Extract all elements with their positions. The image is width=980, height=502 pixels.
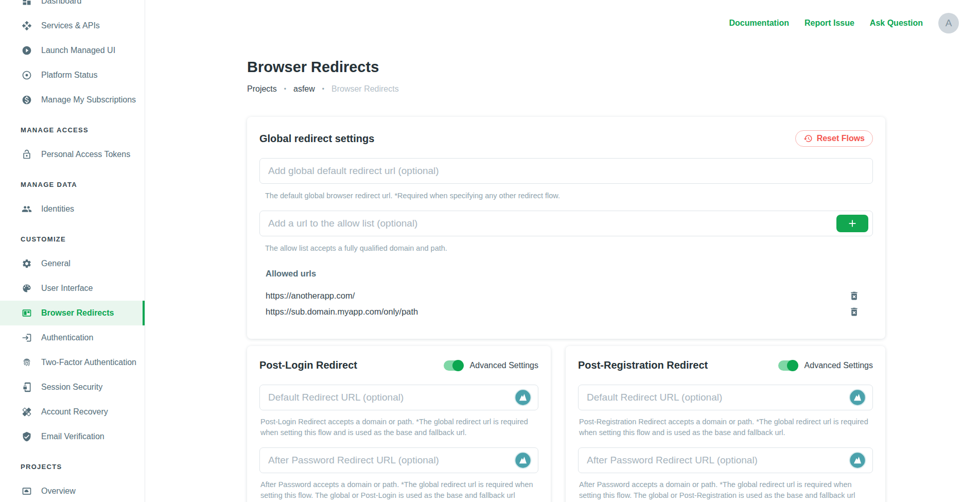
status-icon bbox=[22, 70, 32, 80]
sidebar-section-customize: CUSTOMIZE bbox=[0, 227, 145, 251]
global-redirect-settings-card: Global redirect settings Reset Flows The… bbox=[247, 117, 885, 339]
mountain-logo-icon bbox=[849, 389, 866, 406]
sidebar-item-overview[interactable]: Overview bbox=[0, 479, 145, 502]
sidebar-item-general[interactable]: General bbox=[0, 251, 145, 276]
allowed-url-row: https://anotherapp.com/ bbox=[259, 288, 873, 304]
post-registration-default-helper: Post-Registration Redirect accepts a dom… bbox=[579, 417, 873, 438]
sidebar-item-dashboard[interactable]: Dashboard bbox=[0, 0, 145, 13]
sidebar-item-label: Session Security bbox=[41, 383, 102, 392]
sidebar: Dashboard Services & APIs Launch Managed… bbox=[0, 0, 145, 502]
palette-icon bbox=[22, 283, 32, 293]
post-login-after-password-input[interactable] bbox=[259, 447, 538, 473]
avatar[interactable]: A bbox=[938, 13, 959, 33]
global-default-helper: The default global browser redirect url.… bbox=[265, 191, 873, 201]
sidebar-item-personal-access-tokens[interactable]: Personal Access Tokens bbox=[0, 142, 145, 167]
sidebar-item-manage-subscriptions[interactable]: Manage My Subscriptions bbox=[0, 88, 145, 112]
gear-icon bbox=[22, 258, 32, 269]
post-login-default-url-input[interactable] bbox=[259, 385, 538, 410]
post-registration-title: Post-Registration Redirect bbox=[578, 359, 708, 371]
reset-flows-label: Reset Flows bbox=[817, 134, 865, 143]
phone-lock-icon bbox=[22, 382, 32, 392]
toggle-knob bbox=[452, 360, 464, 371]
sidebar-item-account-recovery[interactable]: Account Recovery bbox=[0, 400, 145, 424]
login-icon bbox=[22, 333, 32, 343]
sidebar-item-label: Identities bbox=[41, 204, 74, 214]
trash-icon bbox=[849, 290, 860, 301]
dollar-circle-icon bbox=[22, 95, 32, 105]
global-default-redirect-input[interactable] bbox=[259, 158, 873, 184]
post-login-title: Post-Login Redirect bbox=[259, 359, 357, 371]
plus-icon bbox=[847, 218, 858, 229]
trash-icon bbox=[849, 306, 860, 317]
reset-flows-button[interactable]: Reset Flows bbox=[795, 130, 873, 147]
allow-list-input[interactable] bbox=[259, 211, 873, 236]
people-icon bbox=[22, 204, 32, 214]
mountain-logo-icon bbox=[849, 452, 866, 469]
breadcrumb-projects[interactable]: Projects bbox=[247, 84, 277, 94]
post-login-redirect-card: Post-Login Redirect Advanced Settings Po… bbox=[247, 346, 551, 502]
sidebar-item-label: User Interface bbox=[41, 284, 93, 293]
allowed-urls-title: Allowed urls bbox=[266, 269, 873, 279]
breadcrumb-project-name[interactable]: asfew bbox=[293, 84, 315, 94]
sidebar-item-label: Account Recovery bbox=[41, 407, 108, 417]
sidebar-section-projects: PROJECTS bbox=[0, 454, 145, 479]
fingerprint-icon bbox=[22, 357, 32, 368]
sidebar-item-launch-managed-ui[interactable]: Launch Managed UI bbox=[0, 38, 145, 63]
dashboard-icon bbox=[22, 0, 32, 6]
sidebar-item-label: Email Verification bbox=[41, 432, 104, 441]
sidebar-section-manage-data: MANAGE DATA bbox=[0, 172, 145, 197]
sidebar-item-authentication[interactable]: Authentication bbox=[0, 325, 145, 350]
sidebar-item-label: Personal Access Tokens bbox=[41, 150, 130, 159]
sidebar-item-label: Manage My Subscriptions bbox=[41, 95, 136, 105]
sidebar-item-two-factor[interactable]: Two-Factor Authentication bbox=[0, 350, 145, 375]
documentation-link[interactable]: Documentation bbox=[729, 19, 789, 28]
ask-question-link[interactable]: Ask Question bbox=[870, 19, 923, 28]
allowed-url-row: https://sub.domain.myapp.com/only/path bbox=[259, 304, 873, 320]
post-login-default-helper: Post-Login Redirect accepts a domain or … bbox=[260, 417, 538, 438]
main-content: Documentation Report Issue Ask Question … bbox=[146, 0, 980, 502]
mountain-logo-icon bbox=[514, 389, 532, 406]
sidebar-item-label: Platform Status bbox=[41, 71, 97, 80]
advanced-settings-toggle[interactable] bbox=[444, 360, 463, 371]
sidebar-item-platform-status[interactable]: Platform Status bbox=[0, 63, 145, 88]
advanced-settings-toggle[interactable] bbox=[778, 360, 798, 371]
sidebar-item-label: Launch Managed UI bbox=[41, 46, 115, 55]
mountain-logo-icon bbox=[514, 452, 532, 469]
breadcrumb-current: Browser Redirects bbox=[331, 84, 399, 94]
sidebar-item-browser-redirects[interactable]: Browser Redirects bbox=[0, 301, 145, 325]
sidebar-item-services-apis[interactable]: Services & APIs bbox=[0, 13, 145, 38]
allowed-url-text: https://anotherapp.com/ bbox=[266, 291, 355, 301]
play-circle-icon bbox=[22, 45, 32, 56]
breadcrumb-separator: • bbox=[322, 85, 324, 93]
lock-icon bbox=[22, 149, 32, 160]
shield-check-icon bbox=[22, 431, 32, 442]
toggle-knob bbox=[787, 360, 798, 371]
post-registration-redirect-card: Post-Registration Redirect Advanced Sett… bbox=[566, 346, 885, 502]
sidebar-item-identities[interactable]: Identities bbox=[0, 197, 145, 221]
sidebar-item-user-interface[interactable]: User Interface bbox=[0, 276, 145, 301]
history-icon bbox=[803, 134, 813, 143]
delete-url-button[interactable] bbox=[849, 306, 860, 317]
post-login-after-helper: After Password accepts a domain or path.… bbox=[260, 479, 538, 501]
post-registration-default-url-input[interactable] bbox=[578, 385, 873, 410]
header-links: Documentation Report Issue Ask Question … bbox=[729, 13, 959, 33]
report-issue-link[interactable]: Report Issue bbox=[804, 19, 854, 28]
page-title: Browser Redirects bbox=[247, 59, 379, 76]
sidebar-item-email-verification[interactable]: Email Verification bbox=[0, 424, 145, 449]
services-icon bbox=[22, 21, 32, 31]
cloud-box-icon bbox=[22, 486, 32, 496]
allowed-url-text: https://sub.domain.myapp.com/only/path bbox=[266, 307, 418, 317]
global-card-title: Global redirect settings bbox=[259, 133, 374, 145]
advanced-settings-label: Advanced Settings bbox=[470, 361, 538, 370]
sidebar-section-manage-access: MANAGE ACCESS bbox=[0, 117, 145, 142]
post-registration-after-helper: After Password accepts a domain or path.… bbox=[579, 479, 873, 501]
breadcrumb-separator: • bbox=[284, 85, 286, 93]
flow-cards: Post-Login Redirect Advanced Settings Po… bbox=[247, 346, 885, 502]
sidebar-item-label: Two-Factor Authentication bbox=[41, 358, 136, 367]
sidebar-item-session-security[interactable]: Session Security bbox=[0, 375, 145, 400]
post-registration-after-password-input[interactable] bbox=[578, 447, 873, 473]
sidebar-item-label: Dashboard bbox=[41, 0, 81, 6]
sidebar-item-label: Browser Redirects bbox=[41, 308, 114, 318]
delete-url-button[interactable] bbox=[849, 290, 860, 301]
add-url-button[interactable] bbox=[836, 215, 868, 232]
